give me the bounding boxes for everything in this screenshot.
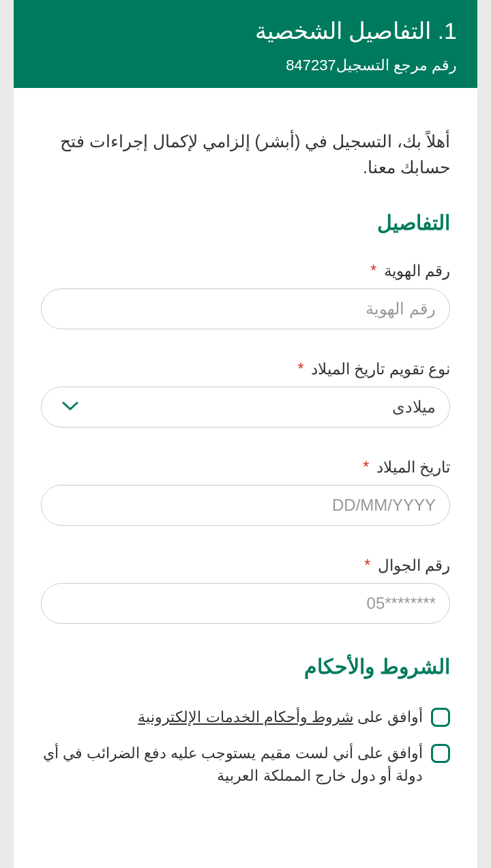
id-label-text: رقم الهوية	[384, 262, 450, 280]
calendar-select[interactable]: ميلادى	[41, 387, 450, 428]
terms-checkbox-row: أوافق على شروط وأحكام الخدمات الإلكتروني…	[41, 706, 450, 728]
mobile-field-group: رقم الجوال *	[41, 556, 450, 624]
form-container: 1. التفاصيل الشخصية رقم مرجع التسجيل8472…	[14, 0, 477, 868]
terms-section-title: الشروط والأحكام	[41, 655, 450, 678]
dob-field-group: تاريخ الميلاد *	[41, 458, 450, 526]
calendar-label: نوع تقويم تاريخ الميلاد *	[41, 360, 450, 378]
terms-checkbox[interactable]	[431, 708, 450, 727]
mobile-input[interactable]	[41, 583, 450, 624]
mobile-label: رقم الجوال *	[41, 556, 450, 575]
header-subtitle: رقم مرجع التسجيل847237	[34, 57, 457, 74]
tax-checkbox-row: أوافق على أني لست مقيم يستوجب عليه دفع ا…	[41, 742, 450, 787]
required-mark: *	[370, 262, 376, 280]
calendar-field-group: نوع تقويم تاريخ الميلاد * ميلادى	[41, 360, 450, 428]
tax-checkbox-label: أوافق على أني لست مقيم يستوجب عليه دفع ا…	[41, 742, 423, 787]
id-label: رقم الهوية *	[41, 262, 450, 280]
required-mark: *	[364, 556, 370, 574]
dob-label-text: تاريخ الميلاد	[376, 458, 450, 476]
dob-label: تاريخ الميلاد *	[41, 458, 450, 477]
terms-section: الشروط والأحكام أوافق على شروط وأحكام ال…	[41, 655, 450, 787]
mobile-label-text: رقم الجوال	[378, 556, 450, 574]
details-section-title: التفاصيل	[41, 211, 450, 235]
calendar-select-wrapper[interactable]: ميلادى	[41, 387, 450, 428]
required-mark: *	[297, 360, 303, 378]
tax-checkbox[interactable]	[431, 744, 450, 763]
header-title: 1. التفاصيل الشخصية	[34, 17, 457, 44]
id-input[interactable]	[41, 288, 450, 329]
calendar-label-text: نوع تقويم تاريخ الميلاد	[311, 360, 450, 378]
intro-text: أهلاً بك، التسجيل في (أبشر) إلزامي لإكما…	[41, 129, 450, 180]
form-content: أهلاً بك، التسجيل في (أبشر) إلزامي لإكما…	[14, 88, 477, 814]
required-mark: *	[363, 458, 369, 476]
id-field-group: رقم الهوية *	[41, 262, 450, 329]
dob-input[interactable]	[41, 485, 450, 526]
terms-link[interactable]: شروط وأحكام الخدمات الإلكترونية	[138, 708, 353, 725]
form-header: 1. التفاصيل الشخصية رقم مرجع التسجيل8472…	[14, 0, 477, 88]
agree-prefix: أوافق على	[353, 708, 423, 725]
terms-checkbox-label: أوافق على شروط وأحكام الخدمات الإلكتروني…	[138, 706, 423, 728]
